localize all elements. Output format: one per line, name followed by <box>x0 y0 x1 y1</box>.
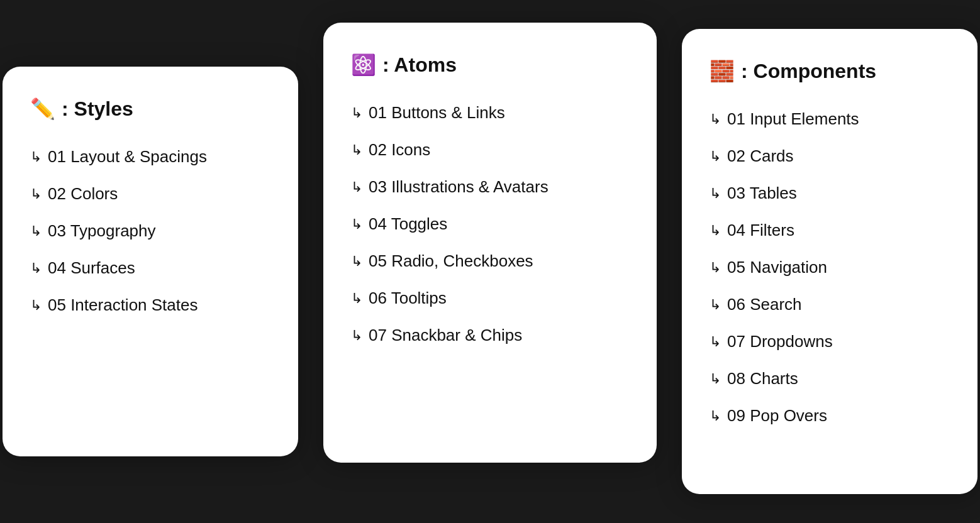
atoms-item-7[interactable]: ↳ 07 Snackbar & Chips <box>351 317 629 354</box>
comp-arrow-6: ↳ <box>710 297 721 313</box>
atoms-item-6[interactable]: ↳ 06 Tooltips <box>351 280 629 317</box>
components-item-4[interactable]: ↳ 04 Filters <box>710 212 950 249</box>
arrow-icon-1: ↳ <box>30 149 42 165</box>
atoms-arrow-5: ↳ <box>351 253 362 270</box>
components-item-9[interactable]: ↳ 09 Pop Overs <box>710 397 950 434</box>
atoms-item-1-label: 01 Buttons & Links <box>369 103 505 123</box>
atoms-item-6-label: 06 Tooltips <box>369 289 447 308</box>
atoms-item-5[interactable]: ↳ 05 Radio, Checkboxes <box>351 243 629 280</box>
components-item-1-label: 01 Input Elements <box>727 109 859 129</box>
atoms-arrow-3: ↳ <box>351 179 362 195</box>
styles-item-4[interactable]: ↳ 04 Surfaces <box>30 250 270 287</box>
atoms-card-title: ⚛️ : Atoms <box>351 53 629 77</box>
atoms-item-7-label: 07 Snackbar & Chips <box>369 326 522 345</box>
comp-arrow-4: ↳ <box>710 223 721 239</box>
atoms-item-1[interactable]: ↳ 01 Buttons & Links <box>351 94 629 131</box>
components-item-5[interactable]: ↳ 05 Navigation <box>710 249 950 286</box>
components-item-9-label: 09 Pop Overs <box>727 406 827 426</box>
components-card-title: 🧱 : Components <box>710 59 950 83</box>
styles-item-5-label: 05 Interaction States <box>48 295 198 315</box>
arrow-icon-3: ↳ <box>30 223 42 239</box>
arrow-icon-5: ↳ <box>30 297 42 314</box>
atoms-item-2[interactable]: ↳ 02 Icons <box>351 131 629 168</box>
atoms-item-5-label: 05 Radio, Checkboxes <box>369 251 533 271</box>
atoms-item-4[interactable]: ↳ 04 Toggles <box>351 206 629 243</box>
atoms-card: ⚛️ : Atoms ↳ 01 Buttons & Links ↳ 02 Ico… <box>323 23 657 463</box>
atoms-item-2-label: 02 Icons <box>369 140 430 160</box>
components-item-1[interactable]: ↳ 01 Input Elements <box>710 101 950 138</box>
styles-card: ✏️ : Styles ↳ 01 Layout & Spacings ↳ 02 … <box>3 67 298 456</box>
components-item-4-label: 04 Filters <box>727 221 794 240</box>
comp-arrow-8: ↳ <box>710 371 721 387</box>
atoms-arrow-6: ↳ <box>351 290 362 307</box>
atoms-arrow-2: ↳ <box>351 142 362 158</box>
components-item-8[interactable]: ↳ 08 Charts <box>710 360 950 397</box>
styles-item-1-label: 01 Layout & Spacings <box>48 147 207 167</box>
styles-icon: ✏️ <box>30 97 55 121</box>
styles-item-3-label: 03 Typography <box>48 221 156 241</box>
components-item-8-label: 08 Charts <box>727 369 798 388</box>
components-item-7-label: 07 Dropdowns <box>727 332 833 351</box>
comp-arrow-7: ↳ <box>710 334 721 350</box>
styles-item-3[interactable]: ↳ 03 Typography <box>30 212 270 250</box>
atoms-item-4-label: 04 Toggles <box>369 214 447 234</box>
components-item-3[interactable]: ↳ 03 Tables <box>710 175 950 212</box>
comp-arrow-5: ↳ <box>710 260 721 276</box>
atoms-arrow-1: ↳ <box>351 105 362 121</box>
components-item-2-label: 02 Cards <box>727 146 794 166</box>
comp-arrow-9: ↳ <box>710 408 721 424</box>
styles-item-5[interactable]: ↳ 05 Interaction States <box>30 287 270 324</box>
components-title-text: : Components <box>741 60 876 83</box>
styles-title-text: : Styles <box>62 97 133 121</box>
components-item-7[interactable]: ↳ 07 Dropdowns <box>710 323 950 360</box>
components-card: 🧱 : Components ↳ 01 Input Elements ↳ 02 … <box>682 29 977 494</box>
components-item-3-label: 03 Tables <box>727 184 797 203</box>
atoms-title-text: : Atoms <box>382 53 457 77</box>
components-item-6-label: 06 Search <box>727 295 802 314</box>
styles-item-2-label: 02 Colors <box>48 184 118 204</box>
arrow-icon-2: ↳ <box>30 186 42 202</box>
atoms-arrow-7: ↳ <box>351 328 362 344</box>
styles-item-1[interactable]: ↳ 01 Layout & Spacings <box>30 138 270 175</box>
atoms-arrow-4: ↳ <box>351 216 362 233</box>
comp-arrow-3: ↳ <box>710 185 721 202</box>
comp-arrow-2: ↳ <box>710 148 721 165</box>
styles-item-2[interactable]: ↳ 02 Colors <box>30 175 270 212</box>
components-item-6[interactable]: ↳ 06 Search <box>710 286 950 323</box>
styles-card-title: ✏️ : Styles <box>30 97 270 121</box>
comp-arrow-1: ↳ <box>710 111 721 128</box>
styles-item-4-label: 04 Surfaces <box>48 258 135 278</box>
atoms-item-3[interactable]: ↳ 03 Illustrations & Avatars <box>351 168 629 206</box>
atoms-icon: ⚛️ <box>351 53 376 77</box>
components-icon: 🧱 <box>710 59 735 83</box>
components-item-2[interactable]: ↳ 02 Cards <box>710 138 950 175</box>
atoms-item-3-label: 03 Illustrations & Avatars <box>369 177 548 197</box>
components-item-5-label: 05 Navigation <box>727 258 827 277</box>
arrow-icon-4: ↳ <box>30 260 42 277</box>
